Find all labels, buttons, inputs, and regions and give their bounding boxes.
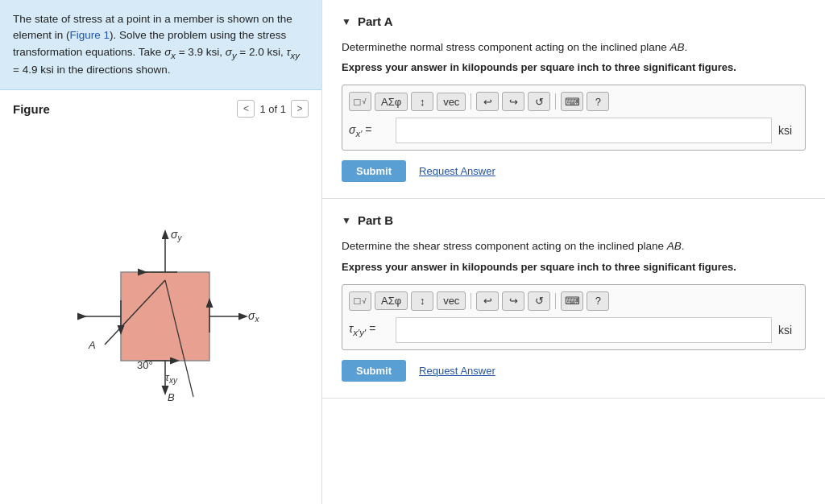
part-b-toolbar-redo-btn[interactable]: ↪ [502, 291, 524, 311]
figure-count: 1 of 1 [259, 103, 286, 115]
part-a-toolbar-refresh-btn[interactable]: ↺ [528, 92, 550, 111]
part-a-input-row: σx′ = ksi [349, 118, 798, 143]
part-a-section: ▼ Part A Determinethe normal stress comp… [322, 0, 825, 199]
part-b-toolbar: □√ ΑΣφ ↕ vec ↩ ↪ ↺ ⌨ ? [349, 291, 798, 311]
figure-canvas: σy σx τxy 30° [0, 121, 321, 504]
part-a-toolbar-undo-btn[interactable]: ↩ [476, 92, 499, 111]
part-b-toolbar-arrows-btn[interactable]: ↕ [411, 291, 433, 311]
part-a-submit-button[interactable]: Submit [342, 160, 406, 182]
part-b-section: ▼ Part B Determine the shear stress comp… [322, 199, 825, 398]
part-a-input-label: σx′ = [349, 123, 389, 138]
part-a-instruction: Express your answer in kilopounds per sq… [342, 60, 806, 75]
left-panel: The state of stress at a point in a memb… [0, 0, 322, 504]
part-a-math-box: □√ ΑΣφ ↕ vec ↩ ↪ ↺ ⌨ ? σx′ = ksi [342, 85, 806, 151]
part-a-unit: ksi [778, 124, 798, 137]
part-b-collapse-icon[interactable]: ▼ [342, 215, 351, 226]
part-a-toolbar: □√ ΑΣφ ↕ vec ↩ ↪ ↺ ⌨ ? [349, 92, 798, 111]
part-a-toolbar-vec-btn[interactable]: vec [437, 93, 466, 111]
part-a-collapse-icon[interactable]: ▼ [342, 16, 351, 27]
part-b-toolbar-refresh-btn[interactable]: ↺ [528, 291, 550, 311]
part-b-answer-input[interactable] [396, 317, 772, 343]
part-b-toolbar-vec-btn[interactable]: vec [437, 291, 466, 310]
part-b-math-box: □√ ΑΣφ ↕ vec ↩ ↪ ↺ ⌨ ? τx′y′ = ksi [342, 284, 806, 350]
sigma-x-inline: σx = 3.9 ksi, σy = 2.0 ksi, τxy = 4.9 ks… [13, 46, 300, 76]
figure-title: Figure [13, 102, 230, 116]
part-b-unit: ksi [778, 324, 798, 337]
part-a-toolbar-arrows-btn[interactable]: ↕ [411, 92, 433, 111]
part-a-request-answer-button[interactable]: Request Answer [419, 165, 495, 177]
figure-next-button[interactable]: > [291, 100, 309, 118]
part-a-toolbar-alpha-btn[interactable]: ΑΣφ [375, 93, 408, 111]
part-a-answer-input[interactable] [396, 118, 772, 143]
part-b-input-row: τx′y′ = ksi [349, 317, 798, 343]
figure-header: Figure < 1 of 1 > [0, 97, 321, 121]
part-a-toolbar-keyboard-btn[interactable]: ⌨ [561, 92, 583, 111]
svg-rect-0 [121, 272, 209, 361]
part-a-toolbar-sep2 [555, 93, 556, 109]
part-b-toolbar-alpha-btn[interactable]: ΑΣφ [375, 291, 408, 310]
figure-prev-button[interactable]: < [237, 100, 255, 118]
part-a-toolbar-square-btn[interactable]: □√ [349, 92, 371, 111]
part-a-header: ▼ Part A [342, 14, 806, 28]
part-a-toolbar-redo-btn[interactable]: ↪ [502, 92, 524, 111]
svg-text:B: B [168, 391, 175, 403]
part-b-toolbar-help-btn[interactable]: ? [587, 291, 609, 311]
part-a-action-row: Submit Request Answer [342, 160, 806, 182]
part-b-instruction: Express your answer in kilopounds per sq… [342, 260, 806, 275]
part-b-toolbar-undo-btn[interactable]: ↩ [476, 291, 499, 311]
part-a-description: Determinethe normal stress component act… [342, 39, 806, 56]
figure-diagram: σy σx τxy 30° [40, 208, 282, 409]
problem-statement: The state of stress at a point in a memb… [0, 0, 321, 90]
part-b-title: Part B [358, 213, 393, 227]
part-a-toolbar-sep [471, 93, 471, 109]
figure-nav: < 1 of 1 > [237, 100, 309, 118]
part-b-toolbar-square-btn[interactable]: □√ [349, 291, 371, 311]
right-panel: ▼ Part A Determinethe normal stress comp… [322, 0, 825, 504]
part-b-toolbar-keyboard-btn[interactable]: ⌨ [561, 291, 583, 311]
part-b-header: ▼ Part B [342, 213, 806, 227]
part-b-toolbar-sep2 [555, 293, 556, 309]
svg-text:A: A [88, 339, 96, 351]
svg-text:τxy: τxy [165, 371, 178, 385]
part-b-toolbar-sep [471, 293, 471, 309]
svg-text:σy: σy [171, 228, 182, 242]
part-b-input-label: τx′y′ = [349, 322, 389, 337]
part-b-request-answer-button[interactable]: Request Answer [419, 365, 495, 377]
figure-section: Figure < 1 of 1 > σy σx [0, 90, 321, 504]
svg-text:σx: σx [248, 309, 259, 324]
part-a-toolbar-help-btn[interactable]: ? [587, 92, 609, 111]
part-a-title: Part A [358, 14, 393, 28]
part-b-action-row: Submit Request Answer [342, 360, 806, 382]
part-b-description: Determine the shear stress component act… [342, 238, 806, 254]
part-b-submit-button[interactable]: Submit [342, 360, 406, 382]
figure-link[interactable]: Figure 1 [70, 29, 110, 41]
svg-text:30°: 30° [137, 359, 153, 371]
